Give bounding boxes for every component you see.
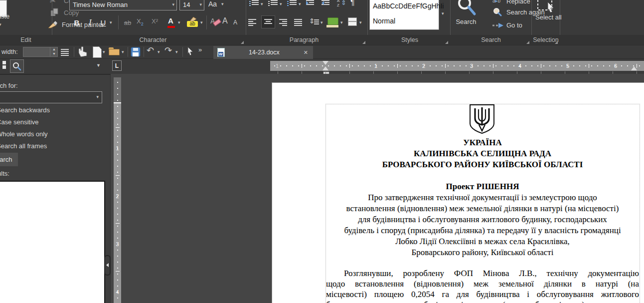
panel-search-button[interactable]: Search	[0, 153, 18, 166]
whole-words-label[interactable]: Whole words only	[0, 130, 48, 138]
spacing-dropdown-icon[interactable]: ▾	[321, 20, 323, 25]
toolbar-grip-icon[interactable]	[2, 65, 6, 69]
styles-dropdown-icon[interactable]: ▾	[442, 11, 444, 16]
zoom-tool-button[interactable]	[10, 59, 24, 73]
left-indent-marker[interactable]	[322, 66, 328, 70]
redo-dropdown-icon[interactable]: ▾	[175, 49, 178, 54]
para-bg-dropdown-icon[interactable]: ▾	[340, 20, 343, 25]
spinner-down-icon[interactable]: ▼	[52, 52, 56, 55]
format-painter-button[interactable]: Format painter	[45, 19, 120, 30]
change-case-button[interactable]: Aa ▾	[207, 0, 228, 10]
dropdown-icon: ▾	[0, 22, 1, 27]
align-center-button[interactable]	[261, 15, 275, 28]
new-doc-dropdown-icon[interactable]: ▾	[103, 49, 105, 54]
open-dropdown-icon[interactable]: ▾	[122, 49, 124, 54]
font-size-combo[interactable]: 14 ▾	[179, 0, 204, 10]
grow-font-button[interactable]: A	[222, 16, 231, 28]
horizontal-ruler[interactable]: 1 1 2 3 4 5 6	[270, 61, 644, 71]
dialog-launcher-icon[interactable]	[555, 41, 558, 44]
bold-button[interactable]: B	[71, 16, 82, 28]
font-color-button[interactable]: A	[166, 16, 176, 28]
sort-button[interactable]: A Z ⇕	[336, 0, 347, 9]
tab-stop-selector[interactable]: L	[112, 60, 122, 71]
select-all-button[interactable]: Select all	[532, 0, 560, 31]
sort-z-label: Z	[337, 3, 339, 7]
toolbar-grip-icon[interactable]	[2, 61, 6, 64]
formatting-marks-button[interactable]: ¶	[350, 0, 358, 9]
case-sensitive-label[interactable]: Case sensitive	[0, 118, 39, 126]
decrease-indent-button[interactable]	[322, 0, 332, 9]
doc-title-line: УКРАЇНА	[326, 138, 639, 148]
spinner-up-icon[interactable]: ▲	[52, 47, 56, 51]
search-all-frames-label[interactable]: Search all frames	[0, 142, 47, 150]
doc-title-line: БРОВАРСЬКОГО РАЙОНУ КИЇВСЬКОЇ ОБЛАСТІ	[326, 160, 639, 170]
dialog-launcher-icon[interactable]	[526, 41, 529, 44]
search-big-button[interactable]: Search	[452, 0, 481, 28]
subscript-button[interactable]: X2	[137, 17, 150, 27]
line-spacing-button[interactable]: ⇕	[309, 16, 320, 28]
highlight-button[interactable]: ab	[186, 16, 199, 28]
dropdown-icon[interactable]: ▾	[199, 2, 202, 7]
ruler-number: 2	[114, 193, 121, 199]
open-file-button[interactable]	[109, 47, 120, 56]
combo-dropdown-icon[interactable]: ▾	[96, 94, 99, 99]
dropdown-icon[interactable]: ▾	[172, 2, 174, 7]
superscript-button[interactable]: X²	[152, 17, 164, 27]
dialog-launcher-icon[interactable]	[445, 41, 448, 44]
strikethrough-button[interactable]: ab	[121, 17, 134, 27]
toolbar-overflow-icon[interactable]: »	[198, 46, 202, 53]
undo-icon[interactable]: ↶	[147, 45, 154, 56]
search-icon	[457, 0, 477, 17]
bullet-dropdown-icon[interactable]: ▾	[261, 1, 263, 6]
search-backwards-label[interactable]: Search backwards	[0, 106, 50, 114]
doc-title-line: КАЛИНІВСЬКА СЕЛИЩНА РАДА	[326, 149, 639, 159]
outline-dropdown-icon[interactable]: ▾	[299, 1, 301, 6]
italic-button[interactable]: I	[85, 16, 96, 28]
search-term-combo[interactable]: ▾	[0, 91, 102, 103]
findbar-dropdown-icon[interactable]: ▼	[96, 63, 101, 68]
dialog-launcher-icon[interactable]	[241, 41, 244, 44]
para-bg-bar	[326, 25, 338, 27]
coat-of-arms-image[interactable]	[469, 104, 495, 134]
dialog-launcher-icon[interactable]	[362, 41, 365, 44]
borders-dropdown-icon[interactable]: ▾	[359, 20, 362, 25]
style-preview-box[interactable]: AaBbCcDdEeFfGgHhIi Normal	[369, 0, 439, 30]
search-panel: Search for: ▾ Search backwards Case sens…	[0, 74, 111, 303]
underline-button[interactable]: U	[98, 16, 108, 28]
clear-formatting-button[interactable]: A	[209, 16, 221, 28]
shrink-font-button[interactable]: A	[233, 19, 240, 29]
document-page[interactable]: УКРАЇНА КАЛИНІВСЬКА СЕЛИЩНА РАДА БРОВАРС…	[272, 82, 644, 303]
new-document-button[interactable]	[93, 46, 102, 58]
font-color-dropdown-icon[interactable]: ▾	[178, 20, 180, 25]
width-label: width:	[1, 48, 18, 55]
numbered-dropdown-icon[interactable]: ▾	[280, 1, 282, 6]
increase-indent-button[interactable]	[306, 0, 317, 9]
highlight-dropdown-icon[interactable]: ▾	[200, 20, 203, 25]
first-line-indent-marker[interactable]	[322, 61, 328, 65]
redo-icon[interactable]: ↷	[164, 45, 172, 56]
paste-button[interactable]: Paste ▾	[0, 0, 12, 33]
numbered-list-button[interactable]	[268, 0, 278, 9]
bullet-list-button[interactable]	[249, 0, 259, 9]
align-left-button[interactable]	[248, 18, 258, 26]
align-right-button[interactable]	[279, 18, 289, 26]
panel-collapse-handle[interactable]	[104, 255, 111, 276]
width-spinner[interactable]: ▲ ▼	[23, 47, 58, 57]
vertical-ruler[interactable]: 1 2 3 4	[114, 77, 121, 303]
justify-button[interactable]	[294, 18, 304, 26]
tab-close-icon[interactable]: ✕	[304, 49, 308, 56]
results-listbox[interactable]	[0, 181, 105, 303]
right-indent-marker[interactable]	[631, 66, 637, 70]
hand-pointer-icon[interactable]	[77, 46, 88, 58]
borders-button[interactable]	[347, 17, 357, 27]
document-tab[interactable]: W 14-23.docx ✕	[213, 46, 313, 59]
underline-dropdown-icon[interactable]: ▾	[110, 20, 112, 25]
paragraph-background-button[interactable]	[327, 16, 339, 28]
outline-list-button[interactable]	[287, 0, 297, 9]
grow-font-label: A	[222, 16, 228, 25]
font-name-combo[interactable]: Times New Roman ▾	[69, 0, 177, 10]
undo-dropdown-icon[interactable]: ▾	[158, 49, 160, 54]
save-icon[interactable]	[131, 47, 141, 57]
line-style-icon[interactable]	[61, 48, 69, 57]
cursor-arrow-icon[interactable]	[186, 46, 195, 56]
